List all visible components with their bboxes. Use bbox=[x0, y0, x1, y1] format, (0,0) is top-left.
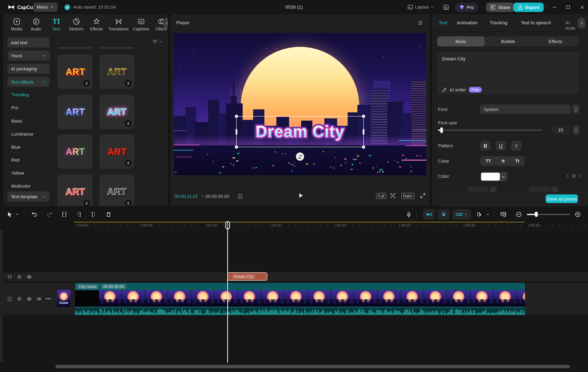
category-pro[interactable]: Pro bbox=[11, 105, 18, 111]
ai-writer-button[interactable]: AI writer Free bbox=[437, 85, 579, 94]
delete-left-button[interactable] bbox=[74, 210, 83, 219]
yours-section-button[interactable]: Yours bbox=[8, 50, 50, 61]
category-red[interactable]: Red bbox=[11, 157, 19, 162]
pro-button[interactable]: Pro bbox=[455, 3, 478, 12]
category-yellow[interactable]: Yellow bbox=[11, 171, 24, 176]
download-icon[interactable] bbox=[125, 200, 132, 206]
clip-drag-handle-left[interactable]: ⋮ bbox=[228, 275, 231, 278]
category-blue[interactable]: Blue bbox=[11, 145, 20, 150]
category-trending[interactable]: Trending bbox=[11, 92, 29, 98]
rotate-handle[interactable] bbox=[296, 152, 304, 161]
lock-icon[interactable] bbox=[17, 274, 22, 279]
frames-view-button[interactable] bbox=[238, 194, 244, 199]
download-icon[interactable] bbox=[83, 200, 90, 206]
case-upper-button[interactable]: TT bbox=[486, 159, 491, 164]
subtab-effects[interactable]: Effects bbox=[532, 36, 579, 47]
lock-icon[interactable] bbox=[17, 296, 22, 301]
speaker-icon[interactable] bbox=[36, 296, 42, 302]
case-lower-button[interactable]: tt bbox=[502, 159, 505, 164]
subtab-basic[interactable]: Basic bbox=[437, 36, 484, 47]
timeline-horizontal-scrollbar[interactable] bbox=[55, 365, 570, 368]
more-options-icon[interactable] bbox=[46, 298, 51, 299]
text-effect-tile[interactable]: ART bbox=[58, 174, 93, 206]
timeline-ruler[interactable]: | 00:00| 00:05| 00:10| 00:15| 00:20| 00:… bbox=[0, 222, 588, 230]
text-effect-tile[interactable]: ART bbox=[58, 94, 93, 129]
subtab-bubble[interactable]: Bubble bbox=[484, 36, 532, 47]
text-content-input[interactable]: Dream City bbox=[437, 52, 579, 84]
focus-button[interactable] bbox=[389, 192, 396, 199]
clip-drag-handle-right[interactable]: ⋮ bbox=[264, 275, 267, 278]
font-select[interactable]: System bbox=[480, 104, 571, 114]
adapt-timeline-button[interactable] bbox=[499, 210, 508, 219]
text-template-section-button[interactable]: Text template bbox=[8, 191, 50, 202]
color-picker[interactable] bbox=[480, 172, 507, 181]
layout-selector[interactable]: Layout bbox=[407, 0, 434, 14]
text-selection-box[interactable] bbox=[236, 116, 364, 147]
media-tabs-expand-button[interactable] bbox=[163, 18, 168, 28]
tab-text-settings[interactable]: Text bbox=[439, 20, 447, 26]
text-effect-tile[interactable]: ART bbox=[99, 134, 134, 169]
eye-icon[interactable] bbox=[27, 296, 32, 302]
preview-split-dropdown[interactable] bbox=[485, 210, 491, 219]
text-effect-tile[interactable]: ART bbox=[58, 54, 93, 89]
slider-thumb[interactable] bbox=[440, 127, 443, 133]
save-as-preset-button[interactable]: Save as preset bbox=[546, 194, 578, 203]
zoom-out-button[interactable] bbox=[514, 210, 523, 219]
download-icon[interactable] bbox=[125, 120, 132, 127]
player-menu-button[interactable] bbox=[417, 20, 423, 26]
category-multicolor[interactable]: Multicolor bbox=[11, 183, 31, 189]
close-button[interactable] bbox=[579, 0, 585, 14]
ratio-button[interactable]: Ratio bbox=[401, 193, 414, 199]
keyframe-diamond-icon[interactable] bbox=[571, 173, 576, 178]
eye-icon[interactable] bbox=[27, 274, 32, 279]
download-icon[interactable] bbox=[83, 80, 90, 86]
undo-button[interactable] bbox=[30, 210, 39, 219]
font-stepper[interactable] bbox=[573, 104, 579, 114]
playhead-line[interactable] bbox=[227, 222, 228, 363]
export-button[interactable]: Export bbox=[513, 3, 544, 12]
add-text-button[interactable]: Add text bbox=[8, 38, 50, 48]
font-size-value[interactable]: 15 bbox=[551, 125, 570, 134]
tab-transitions[interactable]: Transitions bbox=[108, 17, 129, 31]
inspector-tabs-expand-button[interactable] bbox=[578, 18, 585, 28]
italic-button[interactable]: I bbox=[511, 141, 521, 151]
text-effect-tile[interactable]: ART bbox=[99, 54, 134, 89]
play-button[interactable] bbox=[297, 192, 304, 199]
select-tool-dropdown[interactable] bbox=[14, 210, 20, 219]
audio-waveform[interactable] bbox=[75, 307, 525, 315]
tab-text-to-speech[interactable]: Text to speech bbox=[521, 20, 551, 26]
resize-handle-nw[interactable] bbox=[235, 115, 238, 118]
tab-stickers[interactable]: Stickers bbox=[65, 17, 87, 31]
keyframe-next-icon[interactable] bbox=[579, 174, 582, 178]
text-effect-tile[interactable]: ART bbox=[58, 134, 93, 169]
resize-handle-w[interactable] bbox=[235, 129, 237, 135]
menu-button[interactable]: Menu bbox=[33, 3, 58, 12]
select-tool-button[interactable] bbox=[5, 210, 14, 219]
tab-tracking[interactable]: Tracking bbox=[490, 20, 508, 26]
delete-button[interactable] bbox=[104, 210, 113, 219]
resize-handle-sw[interactable] bbox=[235, 145, 238, 149]
minimize-button[interactable] bbox=[551, 0, 557, 14]
resize-handle-ne[interactable] bbox=[362, 115, 365, 118]
filter-sort-button[interactable] bbox=[152, 39, 162, 44]
full-preview-button[interactable]: Full bbox=[376, 193, 386, 199]
panel-toggle-button[interactable] bbox=[443, 0, 449, 14]
text-clip-dream-city[interactable]: ⋮ Dream City ⋮ bbox=[227, 272, 267, 281]
tab-effects[interactable]: Effects bbox=[85, 17, 107, 31]
video-clip-filmstrip[interactable] bbox=[75, 290, 525, 307]
text-effect-tile[interactable]: ART bbox=[99, 94, 134, 129]
font-size-stepper[interactable] bbox=[573, 125, 579, 134]
font-size-slider[interactable] bbox=[438, 130, 543, 131]
edit-cover-button[interactable]: Cover bbox=[57, 290, 70, 307]
fullscreen-button[interactable] bbox=[420, 192, 426, 199]
tab-text[interactable]: TI Text bbox=[45, 17, 67, 31]
tab-audio[interactable]: Audio bbox=[25, 17, 47, 31]
resize-handle-e[interactable] bbox=[363, 129, 364, 135]
delete-right-button[interactable] bbox=[89, 210, 98, 219]
bold-button[interactable]: B bbox=[480, 141, 491, 151]
player-canvas[interactable]: Dream City Dream City Dream City bbox=[174, 33, 426, 175]
link-clips-toggle[interactable] bbox=[452, 209, 471, 220]
magnetic-timeline-toggle[interactable] bbox=[438, 209, 450, 220]
playhead-handle[interactable] bbox=[225, 221, 230, 230]
maximize-button[interactable] bbox=[565, 0, 571, 14]
